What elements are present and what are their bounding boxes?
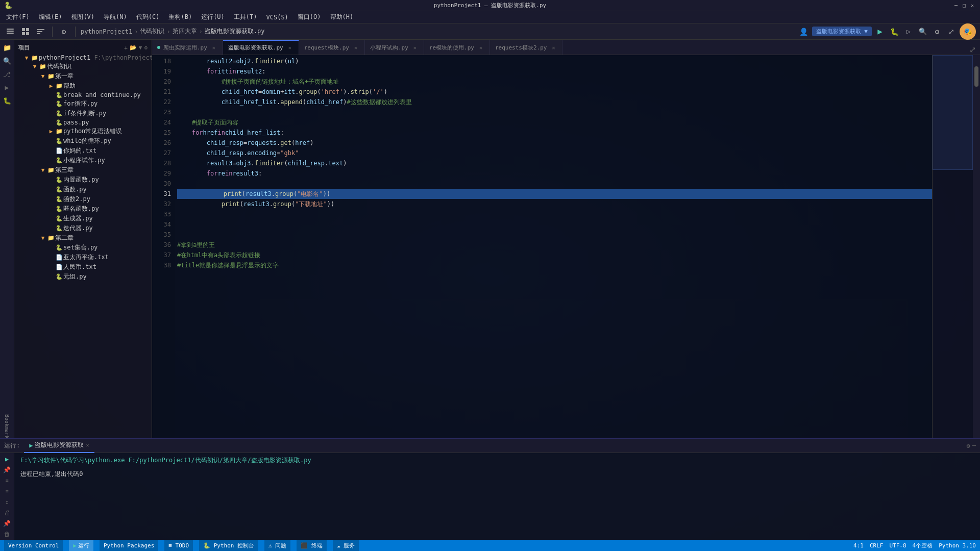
tree-item-syntax[interactable]: ▶ 📁 python常见语法错误	[14, 127, 152, 136]
tree-item-txt3[interactable]: 📄 人民币.txt	[14, 262, 152, 272]
status-tab-services[interactable]: ☁ 服务	[333, 540, 359, 551]
terminal-pin-icon[interactable]: 📌	[2, 466, 12, 473]
menu-code[interactable]: 代码(C)	[132, 12, 164, 22]
tab-miniapp[interactable]: 小程序试构.py ✕	[365, 40, 424, 55]
status-tab-console[interactable]: 🐍 Python 控制台	[199, 540, 258, 551]
tab-spiders-close[interactable]: ✕	[210, 44, 217, 51]
tree-item-gen[interactable]: 🐍 生成器.py	[14, 214, 152, 223]
left-icon-vcs[interactable]: ⎇	[2, 68, 13, 80]
scrollbar-thumb[interactable]	[974, 66, 978, 87]
menu-help[interactable]: 帮助(H)	[326, 12, 358, 22]
menu-run[interactable]: 运行(U)	[197, 12, 229, 22]
debug-button[interactable]: 🐛	[888, 26, 900, 38]
tree-item-for[interactable]: 🐍 for循环.py	[14, 99, 152, 109]
status-tab-run[interactable]: ▶ 运行	[69, 540, 93, 551]
tree-item-help[interactable]: ▶ 📁 帮助	[14, 81, 152, 91]
tabs-expand-icon[interactable]: ⤢	[969, 45, 976, 55]
terminal-list-icon[interactable]: ≡	[2, 477, 12, 484]
menu-file[interactable]: 文件(F)	[2, 12, 34, 22]
minimap[interactable]	[932, 55, 973, 438]
left-icon-run[interactable]: ▶	[2, 82, 13, 93]
tab-miniapp-close[interactable]: ✕	[411, 44, 419, 51]
status-encoding[interactable]: UTF-8	[889, 542, 906, 549]
tree-item-if[interactable]: 🐍 if条件判断.py	[14, 109, 152, 118]
breadcrumb-chapter4[interactable]: 第四大章	[173, 27, 197, 36]
sort-button[interactable]	[35, 26, 47, 38]
left-icon-filetree[interactable]: 📁	[2, 42, 13, 53]
tab-request[interactable]: request模块.py ✕	[299, 40, 365, 55]
status-tab-pkg[interactable]: Python Packages	[100, 540, 158, 551]
tab-re[interactable]: re模块的使用.py ✕	[424, 40, 490, 55]
project-button[interactable]	[4, 26, 16, 38]
tree-icon-new-folder[interactable]: 📂	[130, 44, 137, 51]
terminal-print-icon[interactable]: 🖨	[2, 509, 12, 516]
profile-badge[interactable]: 盗版电影资源获取 ▼	[812, 27, 872, 36]
tree-item-while[interactable]: 🐍 while的循环.py	[14, 136, 152, 146]
tree-item-ch3[interactable]: ▼ 📁 第三章	[14, 165, 152, 175]
terminal-trash-icon[interactable]: 🗑	[2, 530, 12, 538]
tree-item-txt2[interactable]: 📄 亚太再平衡.txt	[14, 253, 152, 262]
search-button[interactable]: 🔍	[917, 26, 929, 38]
maximize-button[interactable]: □	[961, 2, 968, 9]
tab-spiders[interactable]: 爬虫实际运用.py ✕	[152, 40, 223, 55]
tree-item-daima[interactable]: ▼ 📁 代码初识	[14, 62, 152, 71]
run-green-button[interactable]: ▶	[874, 26, 886, 38]
status-line-ending[interactable]: CRLF	[870, 542, 884, 549]
close-button[interactable]: ✕	[969, 2, 976, 9]
terminal-pin2-icon[interactable]: 📌	[2, 519, 12, 527]
status-indent[interactable]: 4个空格	[913, 542, 933, 549]
tree-item-ch2[interactable]: ▼ 📁 第二章	[14, 233, 152, 243]
left-icon-debug[interactable]: 🐛	[2, 95, 13, 106]
tree-item-break[interactable]: 🐍 break and continue.py	[14, 91, 152, 99]
status-tab-todo[interactable]: ≡ TODO	[164, 540, 193, 551]
status-python[interactable]: Python 3.10	[939, 542, 976, 549]
left-icon-search[interactable]: 🔍	[2, 55, 13, 66]
menu-window[interactable]: 窗口(O)	[293, 12, 325, 22]
tree-root[interactable]: ▼ 📁 pythonProject1 F:\pythonProject1	[14, 54, 152, 62]
settings2-button[interactable]: ⚙	[931, 26, 943, 38]
breadcrumb-project[interactable]: pythonProject1	[81, 28, 132, 35]
tab-request-close[interactable]: ✕	[352, 44, 359, 51]
tab-requests2[interactable]: requests模块2.py ✕	[490, 40, 562, 55]
minimize-button[interactable]: ─	[952, 2, 960, 9]
menu-refactor[interactable]: 重构(B)	[164, 12, 196, 22]
tree-item-builtin[interactable]: 🐍 内置函数.py	[14, 175, 152, 185]
code-content[interactable]: result2=obj2.finditer(ul) for itt in res…	[175, 55, 932, 438]
bottom-minimize-icon[interactable]: ─	[972, 442, 976, 449]
bottom-tab-run[interactable]: ▶ 盗版电影资源获取 ✕	[24, 439, 94, 453]
tab-movie[interactable]: 盗版电影资源获取.py ✕	[223, 40, 299, 55]
tree-item-lambda[interactable]: 🐍 匿名函数.py	[14, 204, 152, 214]
terminal-scroll-icon[interactable]: ↕	[2, 498, 12, 506]
tree-item-set[interactable]: 🐍 set集合.py	[14, 243, 152, 253]
settings-button[interactable]: ⚙	[58, 26, 70, 38]
vertical-scrollbar[interactable]	[973, 55, 980, 438]
menu-view[interactable]: 视图(V)	[67, 12, 99, 22]
tree-icon-collapse[interactable]: ▼	[139, 44, 142, 51]
tree-item-iter[interactable]: 🐍 迭代器.py	[14, 223, 152, 233]
tree-item-mini[interactable]: 🐍 小程序试作.py	[14, 156, 152, 165]
expand-button[interactable]: ⤢	[945, 26, 958, 38]
menu-tools[interactable]: 工具(T)	[230, 12, 261, 22]
menu-edit[interactable]: 编辑(E)	[35, 12, 66, 22]
tree-icon-new-file[interactable]: +	[124, 44, 128, 51]
left-icon-bookmarks[interactable]: Bookmarks	[2, 422, 13, 434]
grid-button[interactable]	[19, 26, 32, 38]
bottom-settings-icon[interactable]: ⚙	[967, 442, 970, 449]
menu-nav[interactable]: 导航(N)	[100, 12, 131, 22]
tab-movie-close[interactable]: ✕	[286, 44, 293, 52]
tree-item-txt1[interactable]: 📄 你妈的.txt	[14, 146, 152, 156]
menu-vcs[interactable]: VCS(S)	[262, 13, 292, 22]
tree-item-func[interactable]: 🐍 函数.py	[14, 185, 152, 194]
status-tab-terminal[interactable]: ⬛ 终端	[297, 540, 327, 551]
status-tab-problems[interactable]: ⚠ 问题	[264, 540, 290, 551]
avatar[interactable]: 🎭	[960, 23, 976, 40]
run-tab-close[interactable]: ✕	[86, 442, 89, 448]
user-icon[interactable]: 👤	[798, 26, 810, 38]
terminal-run-icon[interactable]: ▶	[2, 455, 12, 463]
tree-item-ch1[interactable]: ▼ 📁 第一章	[14, 71, 152, 81]
tree-item-func2[interactable]: 🐍 函数2.py	[14, 194, 152, 204]
tree-icon-settings[interactable]: ⚙	[144, 44, 148, 51]
tree-item-tuple[interactable]: 🐍 元组.py	[14, 272, 152, 282]
tree-item-pass[interactable]: 🐍 pass.py	[14, 118, 152, 127]
terminal-list2-icon[interactable]: ≡	[2, 487, 12, 495]
